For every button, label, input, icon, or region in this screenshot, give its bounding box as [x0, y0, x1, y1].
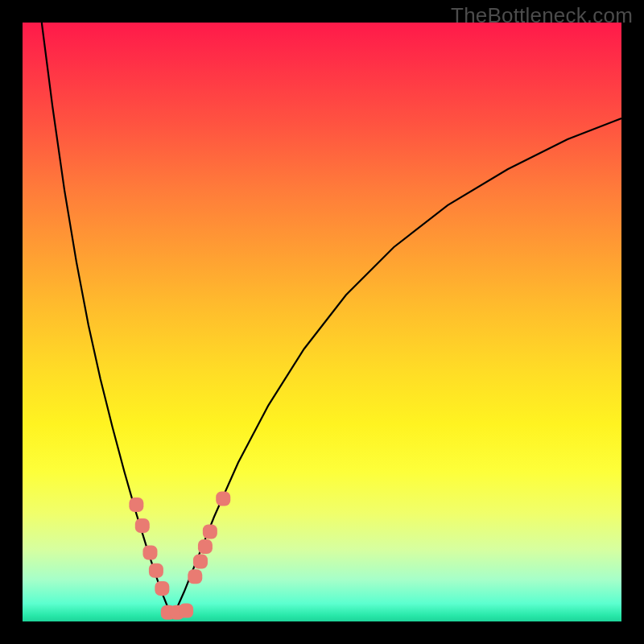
right-marker-1	[188, 569, 202, 584]
left-marker-5	[155, 581, 169, 596]
right-marker-3	[198, 539, 213, 554]
left-marker-3	[142, 545, 157, 559]
left-marker-2	[135, 518, 150, 533]
left-marker-1	[129, 497, 143, 512]
markers-svg	[23, 23, 621, 621]
right-marker-5	[216, 491, 230, 506]
chart-frame: TheBottleneck.com	[0, 0, 644, 644]
right-marker-4	[203, 524, 217, 539]
plot-area	[23, 23, 621, 621]
watermark-text: TheBottleneck.com	[451, 3, 633, 28]
left-marker-4	[149, 564, 163, 578]
right-marker-2	[193, 555, 208, 569]
bottom-marker-3	[179, 604, 193, 618]
